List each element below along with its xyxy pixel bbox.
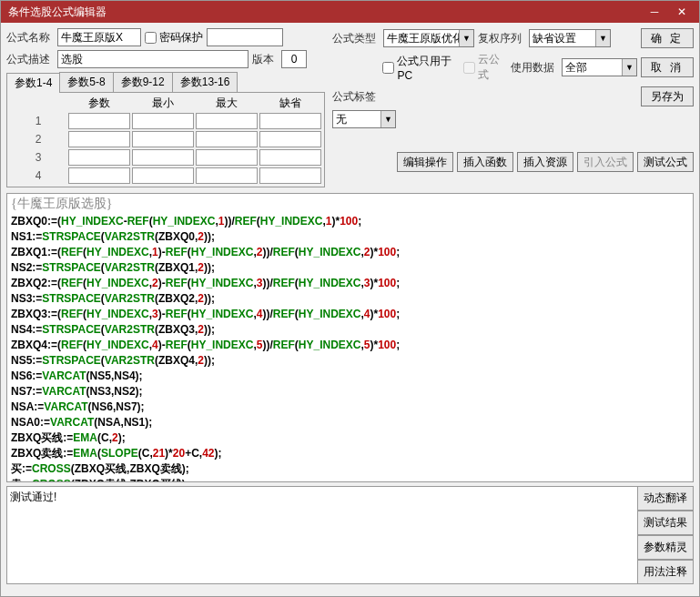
label-name: 公式名称 xyxy=(6,30,54,46)
checkbox-password[interactable]: 密码保护 xyxy=(145,30,203,46)
label-usedata: 使用数据 xyxy=(511,60,558,76)
param-tabs: 参数1-4 参数5-8 参数9-12 参数13-16 xyxy=(6,72,325,93)
usage-notes-button[interactable]: 用法注释 xyxy=(638,560,694,584)
param-row: 3 xyxy=(9,148,322,167)
combo-tag[interactable]: 无▼ xyxy=(332,110,396,128)
window-title: 条件选股公式编辑器 xyxy=(5,5,641,20)
param-input[interactable] xyxy=(132,167,194,184)
param-row: 1 xyxy=(9,112,322,130)
param-input[interactable] xyxy=(259,131,321,147)
label-version: 版本 xyxy=(252,52,278,67)
param-input[interactable] xyxy=(132,113,194,129)
cancel-button[interactable]: 取 消 xyxy=(641,57,694,77)
insert-res-button[interactable]: 插入资源 xyxy=(517,152,573,172)
saveas-button[interactable]: 另存为 xyxy=(641,86,694,106)
input-version[interactable] xyxy=(281,50,307,68)
label-desc: 公式描述 xyxy=(6,52,54,67)
combo-type[interactable]: 牛魔王原版优化▼ xyxy=(383,29,474,47)
checkbox-cloud[interactable]: 云公式 xyxy=(463,52,507,83)
param-input[interactable] xyxy=(68,167,130,184)
input-password[interactable] xyxy=(207,28,283,46)
param-input[interactable] xyxy=(259,149,321,166)
param-input[interactable] xyxy=(68,131,130,147)
label-repeat: 复权序列 xyxy=(478,31,525,46)
tab-params-1-4[interactable]: 参数1-4 xyxy=(6,73,60,93)
message-box: 测试通过! xyxy=(6,486,638,584)
test-result-button[interactable]: 测试结果 xyxy=(638,511,694,535)
test-formula-button[interactable]: 测试公式 xyxy=(637,152,694,172)
close-button[interactable]: ✕ xyxy=(668,3,695,21)
titlebar: 条件选股公式编辑器 ─ ✕ xyxy=(1,1,699,23)
edit-op-button[interactable]: 编辑操作 xyxy=(397,152,453,172)
param-input[interactable] xyxy=(196,167,258,184)
param-input[interactable] xyxy=(68,149,130,166)
input-name[interactable] xyxy=(57,28,141,46)
tab-params-9-12[interactable]: 参数9-12 xyxy=(113,72,173,92)
param-input[interactable] xyxy=(259,113,321,129)
combo-usedata[interactable]: 全部▼ xyxy=(562,58,637,76)
dyn-translate-button[interactable]: 动态翻译 xyxy=(638,486,694,511)
param-input[interactable] xyxy=(132,131,194,147)
checkbox-pc-only[interactable]: 公式只用于PC xyxy=(382,54,460,82)
chevron-down-icon: ▼ xyxy=(622,59,636,76)
chevron-down-icon: ▼ xyxy=(380,111,395,127)
code-title: {牛魔王原版选股} xyxy=(7,194,693,214)
param-input[interactable] xyxy=(196,149,258,166)
label-type: 公式类型 xyxy=(332,31,380,46)
input-desc[interactable] xyxy=(57,50,249,68)
label-tag: 公式标签 xyxy=(332,89,380,105)
param-grid: 参数最小最大缺省 1 2 3 4 xyxy=(6,93,325,187)
param-row: 4 xyxy=(9,167,322,185)
insert-func-button[interactable]: 插入函数 xyxy=(457,152,513,172)
param-input[interactable] xyxy=(196,131,258,147)
param-row: 2 xyxy=(9,130,322,148)
import-formula-button[interactable]: 引入公式 xyxy=(577,152,634,172)
ok-button[interactable]: 确 定 xyxy=(641,28,694,48)
minimize-button[interactable]: ─ xyxy=(641,3,668,21)
tab-params-5-8[interactable]: 参数5-8 xyxy=(59,72,113,92)
param-wizard-button[interactable]: 参数精灵 xyxy=(638,535,694,560)
code-editor[interactable]: {牛魔王原版选股} ZBXQ0:=(HY_INDEXC-REF(HY_INDEX… xyxy=(6,193,694,482)
tab-params-13-16[interactable]: 参数13-16 xyxy=(172,72,238,92)
chevron-down-icon: ▼ xyxy=(595,30,610,46)
param-input[interactable] xyxy=(196,113,258,129)
param-input[interactable] xyxy=(68,113,130,129)
param-input[interactable] xyxy=(259,167,321,184)
chevron-down-icon: ▼ xyxy=(459,30,473,46)
param-input[interactable] xyxy=(132,149,194,166)
combo-repeat[interactable]: 缺省设置▼ xyxy=(529,29,611,47)
